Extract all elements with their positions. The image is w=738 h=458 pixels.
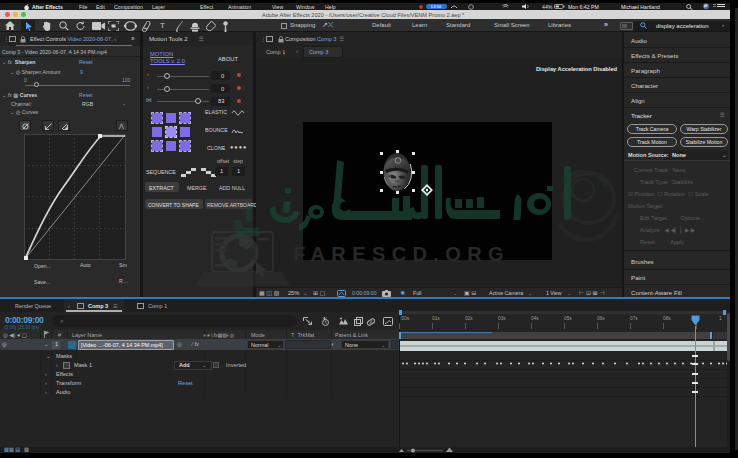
svg-text:FARESCD.ORG: FARESCD.ORG	[293, 243, 510, 265]
